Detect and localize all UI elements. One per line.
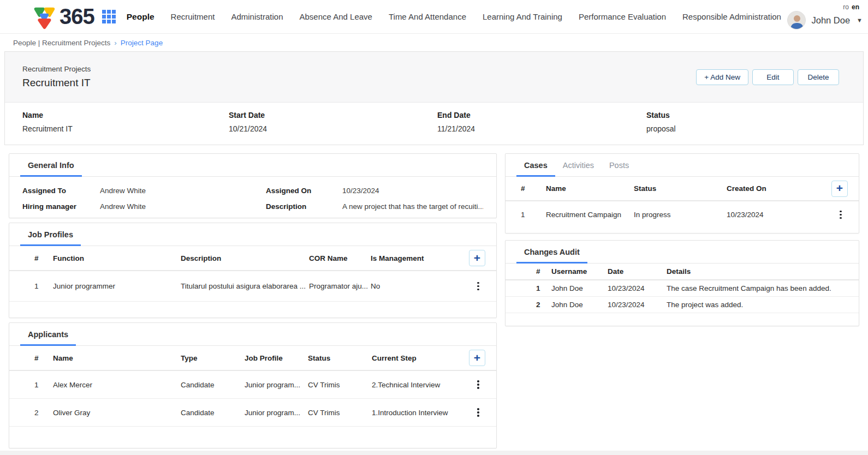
summary-field-end-date: End Date 11/21/2024 — [437, 111, 646, 145]
delete-button[interactable]: Delete — [798, 69, 839, 85]
cell-number: 2 — [516, 301, 551, 309]
page-bottom-strip — [0, 451, 868, 455]
cases-tabs: Cases Activities Posts — [506, 154, 859, 177]
cell-name: Oliver Gray — [53, 409, 181, 417]
cell-number: 1 — [20, 282, 53, 290]
col-details: Details — [667, 267, 848, 276]
cell-function: Junior programmer — [53, 282, 181, 290]
col-number: # — [516, 184, 546, 193]
add-job-profile-button[interactable]: + — [469, 250, 485, 266]
cell-username: John Doe — [551, 284, 608, 292]
changes-audit-header-row: # Username Date Details — [506, 264, 859, 280]
cell-cor-name: Programator aju... — [309, 282, 371, 290]
col-current-step: Current Step — [372, 354, 451, 362]
cell-is-management: No — [371, 282, 451, 290]
field-label-hiring-manager: Hiring manager — [22, 199, 100, 214]
applicant-row[interactable]: 2 Oliver Gray Candidate Junior program..… — [9, 399, 496, 427]
applicant-row[interactable]: 1 Alex Mercer Candidate Junior program..… — [9, 371, 496, 399]
cell-number: 1 — [20, 381, 53, 389]
logo-triangles-icon — [30, 3, 57, 31]
cell-created-on: 10/23/2024 — [727, 211, 817, 219]
tab-changes-audit[interactable]: Changes Audit — [516, 248, 587, 263]
col-name: Name — [53, 354, 181, 362]
tab-posts[interactable]: Posts — [602, 161, 637, 176]
cell-job-profile: Junior program... — [245, 381, 308, 389]
cases-header-row: # Name Status Created On + — [506, 177, 859, 201]
add-new-button[interactable]: + Add New — [696, 69, 748, 85]
col-status: Status — [308, 354, 372, 362]
project-header-card: Recruitment Projects Recruitment IT + Ad… — [4, 51, 864, 145]
col-status: Status — [634, 184, 727, 193]
row-menu-kebab-icon[interactable] — [834, 208, 848, 222]
audit-row: 1 John Doe 10/23/2024 The case Recruitme… — [506, 280, 859, 297]
breadcrumb: People | Recruitment Projects › Project … — [0, 34, 868, 51]
cell-date: 10/23/2024 — [608, 301, 667, 309]
col-is-management: Is Management — [371, 254, 451, 262]
language-ro[interactable]: ro — [843, 3, 849, 11]
case-row[interactable]: 1 Recruitment Campaign In progress 10/23… — [506, 201, 859, 228]
cell-type: Candidate — [181, 409, 245, 417]
nav-item-absence-and-leave[interactable]: Absence And Leave — [299, 12, 372, 21]
field-label-assigned-to: Assigned To — [22, 183, 100, 199]
breadcrumb-current[interactable]: Project Page — [121, 39, 163, 47]
nav-item-recruitment[interactable]: Recruitment — [171, 12, 215, 21]
col-number: # — [20, 254, 53, 262]
app-launcher-grid-icon[interactable] — [102, 10, 116, 23]
col-type: Type — [181, 354, 245, 362]
nav-item-time-and-attendance[interactable]: Time And Attendance — [389, 12, 466, 21]
language-en[interactable]: en — [852, 3, 859, 11]
tab-job-profiles[interactable]: Job Profiles — [20, 230, 81, 246]
row-menu-kebab-icon[interactable] — [471, 279, 485, 294]
edit-button[interactable]: Edit — [752, 69, 794, 85]
cell-description: Titularul postului asigura elaborarea ..… — [181, 282, 309, 290]
nav-item-people[interactable]: People — [127, 12, 154, 22]
col-number: # — [516, 267, 551, 276]
cell-current-step: 2.Technical Interview — [372, 381, 451, 389]
summary-field-start-date: Start Date 10/21/2024 — [229, 111, 437, 145]
col-date: Date — [608, 267, 667, 276]
breadcrumb-path[interactable]: People | Recruitment Projects — [13, 39, 110, 47]
applicants-tabs: Applicants — [9, 323, 496, 346]
add-applicant-button[interactable]: + — [469, 350, 485, 366]
nav-item-learning-and-training[interactable]: Learning And Training — [483, 12, 562, 21]
nav-item-performance-evaluation[interactable]: Performance Evaluation — [579, 12, 666, 21]
brand-logo: 365 — [30, 3, 94, 31]
changes-audit-panel: Changes Audit # Username Date Details 1 … — [505, 240, 859, 326]
cell-job-profile: Junior program... — [245, 409, 308, 417]
tab-applicants[interactable]: Applicants — [20, 330, 76, 345]
job-profiles-header-row: # Function Description COR Name Is Manag… — [9, 246, 496, 271]
col-description: Description — [181, 254, 309, 262]
add-case-button[interactable]: + — [831, 181, 848, 197]
general-info-fields: Assigned To Andrew White Assigned On 10/… — [9, 177, 496, 214]
tab-cases[interactable]: Cases — [516, 161, 555, 176]
nav-item-responsible-administration[interactable]: Responsible Administration — [682, 12, 781, 21]
cell-status: CV Trimis — [308, 381, 372, 389]
field-value-hiring-manager: Andrew White — [100, 199, 266, 214]
project-summary: Name Recruitment IT Start Date 10/21/202… — [5, 103, 863, 145]
user-menu[interactable]: John Doe ▼ — [787, 11, 863, 29]
cell-number: 2 — [20, 409, 53, 417]
col-cor-name: COR Name — [309, 254, 371, 262]
row-menu-kebab-icon[interactable] — [471, 405, 485, 420]
logo-text: 365 — [60, 4, 94, 29]
cell-details: The case Recruitment Campaign has been a… — [667, 284, 848, 292]
field-label-assigned-on: Assigned On — [266, 183, 342, 199]
field-value-description: A new project that has the target of rec… — [342, 199, 483, 214]
tab-activities[interactable]: Activities — [555, 161, 602, 176]
user-name: John Doe — [811, 15, 850, 26]
col-job-profile: Job Profile — [245, 354, 308, 362]
nav-item-administration[interactable]: Administration — [231, 12, 283, 21]
main-menu: People Recruitment Administration Absenc… — [127, 12, 781, 22]
audit-row: 2 John Doe 10/23/2024 The project was ad… — [506, 297, 859, 313]
cell-name: Alex Mercer — [53, 381, 181, 389]
job-profile-row[interactable]: 1 Junior programmer Titularul postului a… — [9, 271, 496, 302]
cases-panel: Cases Activities Posts # Name Status Cre… — [505, 153, 859, 234]
changes-audit-tabs: Changes Audit — [506, 241, 859, 264]
general-info-tabs: General Info — [9, 154, 496, 177]
cell-status: In progress — [634, 211, 727, 219]
tab-general-info[interactable]: General Info — [20, 161, 82, 176]
applicants-panel: Applicants # Name Type Job Profile Statu… — [9, 322, 497, 448]
general-info-panel: General Info Assigned To Andrew White As… — [9, 153, 497, 218]
row-menu-kebab-icon[interactable] — [471, 378, 485, 392]
field-value-assigned-to: Andrew White — [100, 183, 266, 199]
